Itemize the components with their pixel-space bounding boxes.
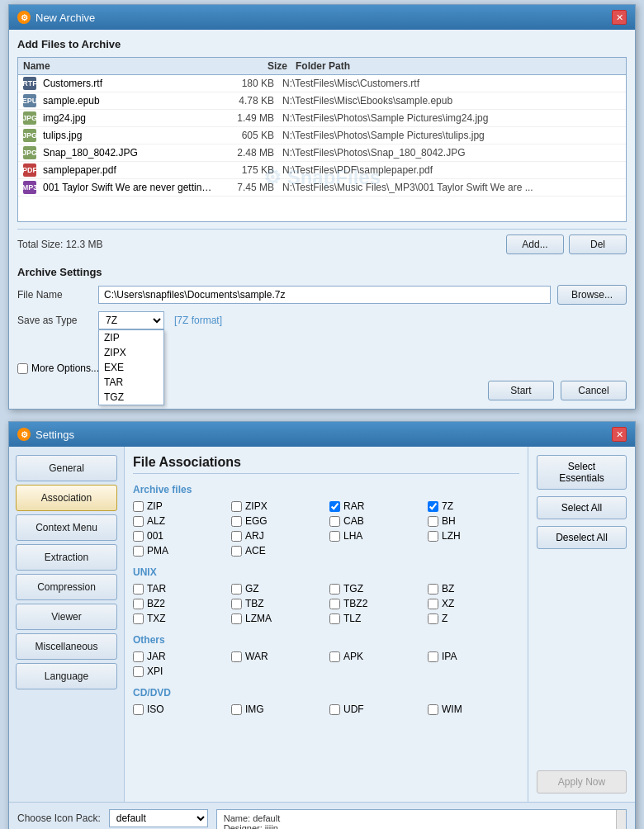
checkbox-bh[interactable] (428, 516, 438, 527)
sidebar-item-association[interactable]: Association (16, 485, 117, 511)
format-checkbox-tlz[interactable]: TLZ (329, 613, 421, 624)
format-checkbox-z[interactable]: Z (428, 613, 519, 624)
checkbox-gz[interactable] (231, 584, 242, 595)
checkbox-z[interactable] (428, 613, 438, 624)
dropdown-exe[interactable]: EXE (99, 360, 163, 375)
checkbox-lzma[interactable] (231, 613, 242, 624)
table-row[interactable]: JPG tulips.jpg 605 KB N:\TestFiles\Photo… (18, 127, 626, 144)
sidebar-item-context-menu[interactable]: Context Menu (16, 514, 117, 541)
file-name-input[interactable] (98, 286, 551, 304)
dropdown-tar[interactable]: TAR (99, 375, 163, 390)
more-options-checkbox[interactable]: More Options... (17, 362, 99, 374)
checkbox-rar[interactable] (329, 501, 340, 512)
checkbox-zip[interactable] (133, 501, 144, 512)
format-checkbox-ace[interactable]: ACE (231, 545, 323, 557)
del-button[interactable]: Del (569, 234, 627, 254)
format-checkbox-wim[interactable]: WIM (428, 703, 519, 715)
cancel-button[interactable]: Cancel (561, 381, 627, 400)
dropdown-zip[interactable]: ZIP (99, 330, 163, 345)
checkbox-tar[interactable] (133, 584, 144, 595)
checkbox-xz[interactable] (428, 599, 438, 609)
checkbox-tgz[interactable] (329, 584, 340, 595)
checkbox-bz2[interactable] (133, 599, 144, 609)
table-row[interactable]: JPG img24.jpg 1.49 MB N:\TestFiles\Photo… (18, 110, 626, 127)
checkbox-tbz[interactable] (231, 599, 242, 609)
checkbox-lzh[interactable] (428, 531, 438, 542)
checkbox-img[interactable] (231, 704, 242, 715)
sidebar-item-language[interactable]: Language (16, 663, 117, 689)
sidebar-item-compression[interactable]: Compression (16, 574, 117, 600)
select-all-button[interactable]: Select All (537, 496, 627, 519)
checkbox-bz[interactable] (428, 584, 438, 595)
checkbox-udf[interactable] (329, 704, 340, 715)
table-row[interactable]: JPG Snap_180_8042.JPG 2.48 MB N:\TestFil… (18, 144, 626, 162)
checkbox-jar[interactable] (133, 651, 144, 662)
format-checkbox-egg[interactable]: EGG (231, 515, 323, 527)
sidebar-item-extraction[interactable]: Extraction (16, 544, 117, 571)
format-checkbox-bh[interactable]: BH (428, 515, 519, 527)
checkbox-lha[interactable] (329, 531, 340, 542)
format-checkbox-xpi[interactable]: XPI (133, 666, 225, 677)
checkbox-alz[interactable] (133, 516, 144, 527)
format-checkbox-pma[interactable]: PMA (133, 545, 225, 557)
archive-close-button[interactable]: ✕ (612, 10, 627, 25)
format-checkbox-rar[interactable]: RAR (329, 500, 421, 512)
start-button[interactable]: Start (488, 381, 554, 400)
icon-pack-select[interactable]: default (109, 809, 208, 827)
settings-close-button[interactable]: ✕ (612, 427, 627, 442)
icon-pack-scrollbar[interactable] (616, 810, 626, 829)
format-checkbox-arj[interactable]: ARJ (231, 530, 323, 542)
checkbox-pma[interactable] (133, 546, 144, 557)
checkbox-egg[interactable] (231, 516, 242, 527)
format-checkbox-bz[interactable]: BZ (428, 583, 519, 595)
checkbox-ace[interactable] (231, 546, 242, 557)
checkbox-7z[interactable] (428, 501, 438, 512)
sidebar-item-miscellaneous[interactable]: Miscellaneous (16, 633, 117, 660)
format-checkbox-tar[interactable]: TAR (133, 583, 225, 595)
sidebar-item-general[interactable]: General (16, 455, 117, 481)
checkbox-tbz2[interactable] (329, 599, 340, 609)
checkbox-xpi[interactable] (133, 666, 144, 677)
select-essentials-button[interactable]: Select Essentials (537, 455, 627, 490)
checkbox-cab[interactable] (329, 516, 340, 527)
checkbox-ipa[interactable] (428, 651, 438, 662)
format-checkbox-bz2[interactable]: BZ2 (133, 598, 225, 609)
format-checkbox-7z[interactable]: 7Z (428, 500, 519, 512)
checkbox-zipx[interactable] (231, 501, 242, 512)
sidebar-item-viewer[interactable]: Viewer (16, 604, 117, 630)
format-checkbox-iso[interactable]: ISO (133, 703, 225, 715)
browse-button[interactable]: Browse... (557, 285, 627, 305)
deselect-all-button[interactable]: Deselect All (537, 526, 627, 549)
format-checkbox-lzh[interactable]: LZH (428, 530, 519, 542)
format-checkbox-tgz[interactable]: TGZ (329, 583, 421, 595)
format-checkbox-lzma[interactable]: LZMA (231, 613, 323, 624)
format-checkbox-cab[interactable]: CAB (329, 515, 421, 527)
table-row[interactable]: RTF Customers.rtf 180 KB N:\TestFiles\Mi… (18, 75, 626, 92)
checkbox-apk[interactable] (329, 651, 340, 662)
checkbox-arj[interactable] (231, 531, 242, 542)
more-options-check[interactable] (17, 363, 28, 374)
table-row[interactable]: EPU sample.epub 4.78 KB N:\TestFiles\Mis… (18, 92, 626, 110)
dropdown-tgz[interactable]: TGZ (99, 390, 163, 405)
dropdown-zipx[interactable]: ZIPX (99, 345, 163, 360)
format-checkbox-txz[interactable]: TXZ (133, 613, 225, 624)
format-checkbox-img[interactable]: IMG (231, 703, 323, 715)
format-checkbox-tbz2[interactable]: TBZ2 (329, 598, 421, 609)
save-type-select[interactable]: 7Z ZIP ZIPX EXE TAR TGZ (98, 311, 164, 329)
checkbox-war[interactable] (231, 651, 242, 662)
format-checkbox-udf[interactable]: UDF (329, 703, 421, 715)
apply-now-button[interactable]: Apply Now (537, 770, 627, 793)
checkbox-tlz[interactable] (329, 613, 340, 624)
format-checkbox-ipa[interactable]: IPA (428, 651, 519, 662)
format-checkbox-alz[interactable]: ALZ (133, 515, 225, 527)
format-checkbox-tbz[interactable]: TBZ (231, 598, 323, 609)
format-checkbox-apk[interactable]: APK (329, 651, 421, 662)
format-checkbox-zipx[interactable]: ZIPX (231, 500, 323, 512)
add-button[interactable]: Add... (506, 234, 564, 254)
checkbox-txz[interactable] (133, 613, 144, 624)
format-checkbox-001[interactable]: 001 (133, 530, 225, 542)
format-checkbox-zip[interactable]: ZIP (133, 500, 225, 512)
checkbox-wim[interactable] (428, 704, 438, 715)
format-checkbox-gz[interactable]: GZ (231, 583, 323, 595)
format-checkbox-lha[interactable]: LHA (329, 530, 421, 542)
